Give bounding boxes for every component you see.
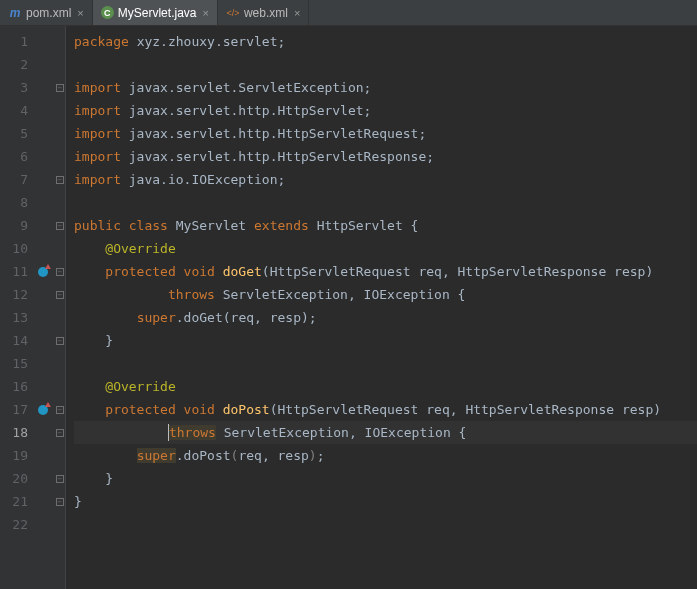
gutter-cell (32, 283, 54, 306)
code-line[interactable]: import javax.servlet.http.HttpServlet; (74, 99, 697, 122)
line-number[interactable]: 4 (0, 99, 32, 122)
fold-cell (54, 306, 65, 329)
fold-collapse-icon[interactable]: − (56, 291, 64, 299)
line-number[interactable]: 7 (0, 168, 32, 191)
gutter-cell (32, 145, 54, 168)
line-number[interactable]: 14 (0, 329, 32, 352)
code-token: IOException (365, 425, 459, 440)
line-number[interactable]: 16 (0, 375, 32, 398)
code-line[interactable]: } (74, 329, 697, 352)
override-method-icon[interactable] (38, 405, 48, 415)
line-number[interactable]: 6 (0, 145, 32, 168)
fold-collapse-icon[interactable]: − (56, 406, 64, 414)
code-token: ServletException (224, 425, 349, 440)
close-icon[interactable]: × (294, 7, 300, 19)
code-line[interactable] (74, 53, 697, 76)
gutter-cell (32, 76, 54, 99)
fold-cell[interactable]: − (54, 260, 65, 283)
code-token: javax.servlet.http.HttpServletResponse (129, 149, 426, 164)
code-line[interactable]: throws ServletException, IOException { (74, 283, 697, 306)
code-line[interactable]: @Override (74, 375, 697, 398)
fold-cell[interactable]: − (54, 329, 65, 352)
fold-cell[interactable]: − (54, 214, 65, 237)
fold-cell (54, 99, 65, 122)
gutter-cell (32, 53, 54, 76)
code-token: ; (278, 34, 286, 49)
code-line[interactable] (74, 352, 697, 375)
code-token: . (176, 310, 184, 325)
line-number[interactable]: 1 (0, 30, 32, 53)
fold-cell[interactable]: − (54, 490, 65, 513)
tab-MyServlet-java[interactable]: CMyServlet.java× (93, 0, 218, 25)
code-token (74, 425, 168, 440)
code-line[interactable]: import javax.servlet.http.HttpServletRes… (74, 145, 697, 168)
code-token: { (459, 425, 467, 440)
fold-toggle-icon[interactable]: − (56, 84, 64, 92)
line-number[interactable]: 20 (0, 467, 32, 490)
line-number[interactable]: 3 (0, 76, 32, 99)
line-number[interactable]: 2 (0, 53, 32, 76)
tab-label: MyServlet.java (118, 6, 197, 20)
tab-label: pom.xml (26, 6, 71, 20)
fold-cell[interactable]: − (54, 467, 65, 490)
fold-end-icon[interactable]: − (56, 475, 64, 483)
code-token: HttpServletRequest (278, 402, 427, 417)
code-line[interactable]: throws ServletException, IOException { (74, 421, 697, 444)
code-line[interactable]: @Override (74, 237, 697, 260)
code-line[interactable]: super.doGet(req, resp); (74, 306, 697, 329)
tab-pom-xml[interactable]: mpom.xml× (0, 0, 93, 25)
fold-end-icon[interactable]: − (56, 498, 64, 506)
fold-toggle-icon[interactable]: − (56, 176, 64, 184)
code-token: ServletException (223, 287, 348, 302)
fold-end-icon[interactable]: − (56, 337, 64, 345)
code-area[interactable]: package xyz.zhouxy.servlet;import javax.… (66, 26, 697, 589)
tab-web-xml[interactable]: </>web.xml× (218, 0, 309, 25)
code-token: javax.servlet.http.HttpServletRequest (129, 126, 419, 141)
fold-cell[interactable]: − (54, 421, 65, 444)
line-number[interactable]: 22 (0, 513, 32, 536)
fold-collapse-icon[interactable]: − (56, 268, 64, 276)
fold-cell[interactable]: − (54, 398, 65, 421)
code-line[interactable]: super.doPost(req, resp); (74, 444, 697, 467)
code-line[interactable]: public class MyServlet extends HttpServl… (74, 214, 697, 237)
code-line[interactable]: import java.io.IOException; (74, 168, 697, 191)
code-line[interactable] (74, 513, 697, 536)
line-number[interactable]: 9 (0, 214, 32, 237)
line-number[interactable]: 8 (0, 191, 32, 214)
code-line[interactable]: import javax.servlet.http.HttpServletReq… (74, 122, 697, 145)
line-number[interactable]: 21 (0, 490, 32, 513)
gutter-cell (32, 237, 54, 260)
code-line[interactable]: } (74, 490, 697, 513)
code-line[interactable]: import javax.servlet.ServletException; (74, 76, 697, 99)
fold-collapse-icon[interactable]: − (56, 429, 64, 437)
close-icon[interactable]: × (202, 7, 208, 19)
code-token (74, 402, 105, 417)
code-line[interactable]: } (74, 467, 697, 490)
fold-cell[interactable]: − (54, 76, 65, 99)
line-number[interactable]: 19 (0, 444, 32, 467)
code-token: { (411, 218, 419, 233)
close-icon[interactable]: × (77, 7, 83, 19)
code-token: , (348, 287, 364, 302)
gutter-cell (32, 513, 54, 536)
fold-cell[interactable]: − (54, 168, 65, 191)
code-line[interactable]: package xyz.zhouxy.servlet; (74, 30, 697, 53)
line-number[interactable]: 10 (0, 237, 32, 260)
code-line[interactable]: protected void doPost(HttpServletRequest… (74, 398, 697, 421)
code-token: , (442, 264, 458, 279)
line-number[interactable]: 17 (0, 398, 32, 421)
line-number[interactable]: 11 (0, 260, 32, 283)
code-token: . (176, 448, 184, 463)
line-number[interactable]: 12 (0, 283, 32, 306)
override-method-icon[interactable] (38, 267, 48, 277)
line-number[interactable]: 5 (0, 122, 32, 145)
code-line[interactable] (74, 191, 697, 214)
code-token: extends (254, 218, 317, 233)
fold-cell (54, 444, 65, 467)
fold-collapse-icon[interactable]: − (56, 222, 64, 230)
line-number[interactable]: 18 (0, 421, 32, 444)
code-line[interactable]: protected void doGet(HttpServletRequest … (74, 260, 697, 283)
fold-cell[interactable]: − (54, 283, 65, 306)
line-number[interactable]: 15 (0, 352, 32, 375)
line-number[interactable]: 13 (0, 306, 32, 329)
